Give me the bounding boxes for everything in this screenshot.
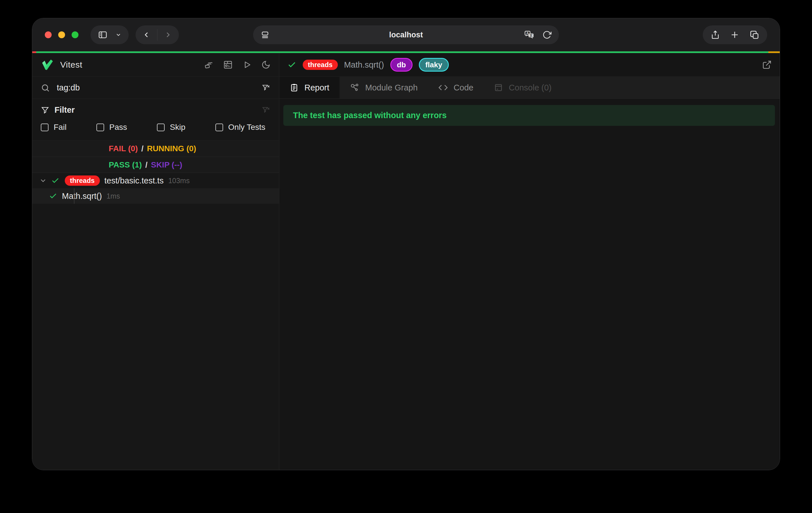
summary-separator: / [141,144,144,153]
collapse-panels-icon[interactable] [204,60,213,69]
tree-file-duration: 103ms [168,177,190,185]
console-icon [494,83,503,92]
vitest-logo-icon [41,58,54,71]
tab-module-graph[interactable]: Module Graph [340,77,428,98]
clear-search-icon[interactable] [261,83,270,92]
dashboard-icon[interactable] [223,60,233,69]
checkbox-pass-box[interactable] [96,123,104,131]
filter-checkboxes: Fail Pass Skip Only Tests [41,123,270,132]
browser-toolbar: localhost A 文 [32,18,780,51]
chevron-down-icon [115,32,121,38]
tab-console-label: Console (0) [509,83,552,92]
tag-badge-db: db [390,58,412,72]
code-icon [438,83,448,92]
zoom-window-button[interactable] [71,31,79,38]
tab-module-graph-label: Module Graph [365,83,418,92]
detail-panel: threads Math.sqrt() db flaky [279,53,780,470]
checkbox-fail-label: Fail [54,123,66,132]
tab-report[interactable]: Report [279,77,340,98]
checkbox-pass-label: Pass [109,123,127,132]
summary-skip: SKIP (--) [151,160,182,169]
pool-badge: threads [303,60,338,70]
pass-banner-text: The test has passed without any errors [293,111,446,120]
checkbox-skip-box[interactable] [157,123,165,131]
report-icon [290,83,299,92]
module-graph-icon [350,83,359,92]
sidebar-header: Vitest [32,53,279,77]
url-text[interactable]: localhost [253,31,559,39]
filter-icon [41,106,49,114]
summary-row-1: FAIL (0) / RUNNING (0) [32,141,279,156]
sidebar-icon [97,30,108,40]
tab-bar: Report Module Graph [279,77,780,99]
close-window-button[interactable] [45,31,52,38]
search-row: tag:db [32,77,279,99]
checkbox-only-tests[interactable]: Only Tests [215,123,265,132]
checkbox-skip[interactable]: Skip [157,123,185,132]
tree-test-duration: 1ms [107,192,120,200]
test-title: Math.sqrt() [344,60,384,69]
indent-guide [74,188,75,204]
tab-report-label: Report [304,83,329,92]
test-tree: threads test/basic.test.ts 103ms Math.sq… [32,173,279,470]
tab-console: Console (0) [484,77,562,98]
chevron-down-icon[interactable] [39,177,47,184]
forward-button[interactable] [157,25,179,44]
new-tab-icon[interactable] [730,30,739,39]
tree-test-label[interactable]: Math.sqrt() [62,192,102,201]
checkbox-pass[interactable]: Pass [96,123,127,132]
app-title: Vitest [60,60,83,69]
clear-filter-icon[interactable] [261,106,270,115]
tab-code[interactable]: Code [428,77,484,98]
share-icon[interactable] [711,30,720,39]
pass-banner: The test has passed without any errors [283,105,775,126]
sidebar: Vitest [32,53,279,470]
browser-window: localhost A 文 [32,18,780,470]
summary-running: RUNNING (0) [147,144,196,153]
report-content: The test has passed without any errors [279,99,780,470]
run-all-icon[interactable] [242,60,252,69]
summary-separator: / [145,160,147,169]
screen: localhost A 文 [0,0,812,513]
checkbox-only-tests-label: Only Tests [228,123,265,132]
back-button[interactable] [136,25,157,44]
pass-check-icon [51,176,60,185]
history-nav [136,25,179,44]
pool-badge: threads [65,175,100,186]
pass-check-icon [49,192,57,200]
tab-overview-icon[interactable] [750,30,759,40]
summary-fail: FAIL (0) [109,144,138,153]
address-bar[interactable]: localhost A 文 [253,25,559,44]
search-input[interactable]: tag:db [57,83,261,92]
filter-section: Filter Fail [32,99,279,141]
tab-code-label: Code [454,83,473,92]
detail-header: threads Math.sqrt() db flaky [279,53,780,77]
filter-label: Filter [55,105,75,115]
tree-row-file[interactable]: threads test/basic.test.ts 103ms [32,173,279,188]
dark-mode-icon[interactable] [261,60,270,69]
tree-file-label[interactable]: test/basic.test.ts [105,176,164,186]
tag-badge-flaky: flaky [419,58,449,72]
summary-row-2: PASS (1) / SKIP (--) [32,156,279,173]
tree-row-test[interactable]: Math.sqrt() 1ms [32,188,279,204]
traffic-lights [45,31,79,38]
checkbox-skip-label: Skip [170,123,185,132]
pass-check-icon [287,60,296,69]
checkbox-only-tests-box[interactable] [215,123,223,131]
summary-pass: PASS (1) [109,160,142,169]
checkbox-fail-box[interactable] [41,123,49,131]
sidebar-toggle-button[interactable] [90,25,129,44]
test-summary: FAIL (0) / RUNNING (0) PASS (1) / SKIP (… [32,141,279,173]
open-in-editor-icon[interactable] [762,60,772,69]
toolbar-actions [703,25,767,44]
search-icon [41,83,50,92]
minimize-window-button[interactable] [58,31,65,38]
checkbox-fail[interactable]: Fail [41,123,66,132]
